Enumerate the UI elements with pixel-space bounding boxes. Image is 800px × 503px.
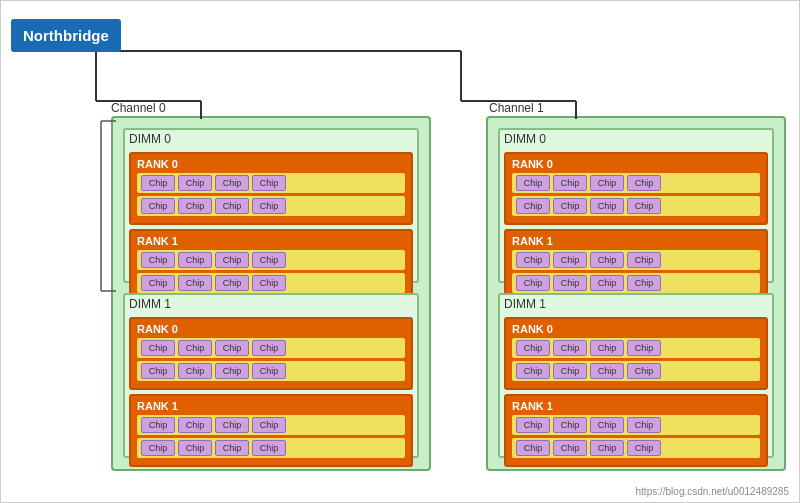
chip: Chip: [516, 252, 550, 268]
chip: Chip: [215, 252, 249, 268]
chip: Chip: [553, 417, 587, 433]
chip-row-wrapper: Chip Chip Chip Chip: [512, 415, 760, 435]
chip: Chip: [178, 363, 212, 379]
channel0-dimm1-rank1: RANK 1 Chip Chip Chip Chip Chip Chip Chi…: [129, 394, 413, 467]
chip: Chip: [252, 340, 286, 356]
channel1-dimm1-rank1-label: RANK 1: [512, 400, 760, 412]
chip: Chip: [553, 175, 587, 191]
chip-row-wrapper: Chip Chip Chip Chip: [512, 338, 760, 358]
chip: Chip: [627, 417, 661, 433]
chip: Chip: [252, 252, 286, 268]
chip: Chip: [627, 252, 661, 268]
channel1-dimm0-rank0-label: RANK 0: [512, 158, 760, 170]
chip: Chip: [215, 417, 249, 433]
chip-row-wrapper: Chip Chip Chip Chip: [512, 250, 760, 270]
channel0-dimm1-label: DIMM 1: [125, 295, 417, 313]
chip: Chip: [252, 175, 286, 191]
chip-row-wrapper: Chip Chip Chip Chip: [137, 438, 405, 458]
chip: Chip: [141, 340, 175, 356]
channel0-dimm0-rank0: RANK 0 Chip Chip Chip Chip Chip Chip Chi…: [129, 152, 413, 225]
northbridge-box: Northbridge: [11, 19, 121, 52]
chip-row-wrapper: Chip Chip Chip Chip: [137, 173, 405, 193]
channel1-dimm0: DIMM 0 RANK 0 Chip Chip Chip Chip Chip C…: [498, 128, 774, 283]
channel1-dimm0-label: DIMM 0: [500, 130, 772, 148]
chip-row-wrapper: Chip Chip Chip Chip: [512, 173, 760, 193]
channel1-dimm1-rank0-label: RANK 0: [512, 323, 760, 335]
channel0-dimm1: DIMM 1 RANK 0 Chip Chip Chip Chip Chip C…: [123, 293, 419, 458]
channel1-dimm1-label: DIMM 1: [500, 295, 772, 313]
chip-row-wrapper: Chip Chip Chip Chip: [512, 196, 760, 216]
chip: Chip: [178, 340, 212, 356]
chip-row-wrapper: Chip Chip Chip Chip: [137, 338, 405, 358]
channel0-dimm0-rank1-label: RANK 1: [137, 235, 405, 247]
chip: Chip: [553, 340, 587, 356]
channel0-dimm0: DIMM 0 RANK 0 Chip Chip Chip Chip Chip C…: [123, 128, 419, 283]
channel1-container: DIMM 0 RANK 0 Chip Chip Chip Chip Chip C…: [486, 116, 786, 471]
url-label: https://blog.csdn.net/u0012489285: [636, 486, 789, 497]
chip: Chip: [627, 340, 661, 356]
channel0-label: Channel 0: [111, 101, 166, 115]
chip: Chip: [252, 417, 286, 433]
chip: Chip: [141, 363, 175, 379]
chip: Chip: [590, 417, 624, 433]
channel0-dimm0-label: DIMM 0: [125, 130, 417, 148]
chip: Chip: [215, 175, 249, 191]
chip-row-wrapper: Chip Chip Chip Chip: [137, 196, 405, 216]
channel1-label: Channel 1: [489, 101, 544, 115]
chip: Chip: [215, 198, 249, 214]
chip: Chip: [553, 252, 587, 268]
chip: Chip: [627, 275, 661, 291]
chip: Chip: [516, 363, 550, 379]
channel0-container: DIMM 0 RANK 0 Chip Chip Chip Chip Chip C…: [111, 116, 431, 471]
chip: Chip: [141, 417, 175, 433]
chip: Chip: [252, 363, 286, 379]
channel0-dimm1-rank1-label: RANK 1: [137, 400, 405, 412]
chip: Chip: [141, 440, 175, 456]
chip-row-wrapper: Chip Chip Chip Chip: [137, 415, 405, 435]
chip: Chip: [516, 198, 550, 214]
chip: Chip: [141, 175, 175, 191]
chip: Chip: [590, 363, 624, 379]
chip-row-wrapper: Chip Chip Chip Chip: [512, 438, 760, 458]
chip: Chip: [141, 275, 175, 291]
chip: Chip: [590, 440, 624, 456]
chip: Chip: [252, 198, 286, 214]
chip: Chip: [516, 440, 550, 456]
main-container: Northbridge Channel 0 DIMM 0 RANK 0 Ch: [0, 0, 800, 503]
chip: Chip: [590, 198, 624, 214]
chip: Chip: [215, 275, 249, 291]
chip: Chip: [590, 175, 624, 191]
chip: Chip: [627, 175, 661, 191]
chip: Chip: [178, 175, 212, 191]
chip-row-wrapper: Chip Chip Chip Chip: [137, 250, 405, 270]
channel1-dimm0-rank1: RANK 1 Chip Chip Chip Chip Chip Chip Chi…: [504, 229, 768, 302]
chip: Chip: [178, 252, 212, 268]
chip: Chip: [553, 198, 587, 214]
chip: Chip: [178, 275, 212, 291]
chip: Chip: [553, 275, 587, 291]
chip-row-wrapper: Chip Chip Chip Chip: [512, 273, 760, 293]
channel1-dimm1: DIMM 1 RANK 0 Chip Chip Chip Chip Chip C…: [498, 293, 774, 458]
chip: Chip: [141, 252, 175, 268]
channel0-dimm1-rank0: RANK 0 Chip Chip Chip Chip Chip Chip Chi…: [129, 317, 413, 390]
chip: Chip: [516, 340, 550, 356]
channel1-dimm1-rank1: RANK 1 Chip Chip Chip Chip Chip Chip Chi…: [504, 394, 768, 467]
chip: Chip: [178, 198, 212, 214]
chip: Chip: [178, 440, 212, 456]
chip: Chip: [215, 363, 249, 379]
chip: Chip: [178, 417, 212, 433]
chip: Chip: [590, 340, 624, 356]
channel0-dimm1-rank0-label: RANK 0: [137, 323, 405, 335]
chip: Chip: [252, 275, 286, 291]
chip: Chip: [215, 340, 249, 356]
channel1-dimm1-rank0: RANK 0 Chip Chip Chip Chip Chip Chip Chi…: [504, 317, 768, 390]
chip: Chip: [627, 198, 661, 214]
chip: Chip: [553, 363, 587, 379]
chip: Chip: [516, 417, 550, 433]
chip: Chip: [516, 275, 550, 291]
chip: Chip: [553, 440, 587, 456]
chip-row-wrapper: Chip Chip Chip Chip: [137, 273, 405, 293]
chip: Chip: [141, 198, 175, 214]
channel1-dimm0-rank1-label: RANK 1: [512, 235, 760, 247]
northbridge-label: Northbridge: [23, 27, 109, 44]
